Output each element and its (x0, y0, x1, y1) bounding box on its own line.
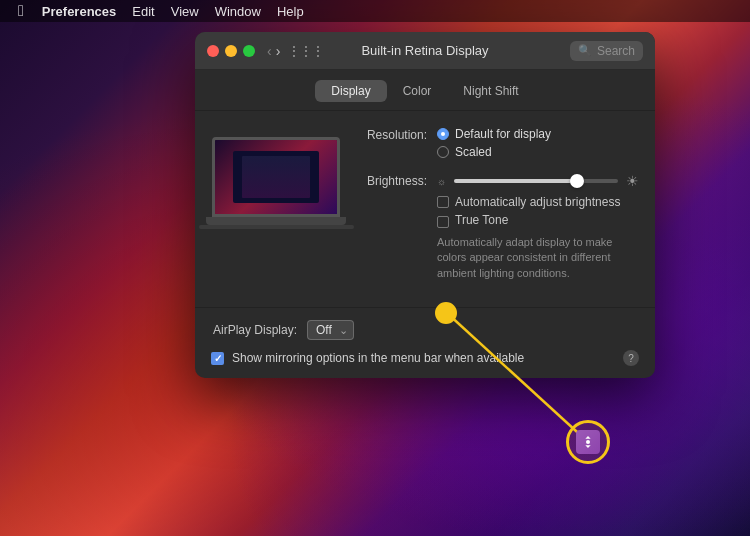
laptop-screen-preview (212, 137, 340, 217)
brightness-label: Brightness: (357, 173, 437, 188)
resolution-scaled-radio[interactable] (437, 146, 449, 158)
brightness-slider[interactable] (454, 179, 618, 183)
tab-color[interactable]: Color (387, 80, 448, 102)
window-title: Built-in Retina Display (361, 43, 488, 58)
laptop-screen (215, 140, 337, 214)
airplay-select-wrapper: Off On (307, 320, 354, 340)
nav-buttons: ‹ › (267, 43, 280, 59)
resolution-label: Resolution: (357, 127, 437, 142)
apple-menu[interactable]:  (8, 0, 34, 22)
airplay-label: AirPlay Display: (211, 323, 307, 337)
maximize-button[interactable] (243, 45, 255, 57)
tabbar: Display Color Night Shift (195, 70, 655, 111)
brightness-slider-row: ☼ ☀ (437, 173, 639, 189)
resolution-scaled-label: Scaled (455, 145, 492, 159)
content-area: Resolution: Default for display Scaled B… (195, 111, 655, 307)
menubar:  Preferences Edit View Window Help (0, 0, 750, 22)
traffic-lights (207, 45, 255, 57)
search-icon: 🔍 (578, 44, 592, 57)
airplay-row: AirPlay Display: Off On (211, 320, 639, 340)
menu-window[interactable]: Window (207, 0, 269, 22)
resolution-default-row: Default for display (437, 127, 639, 141)
settings-area: Resolution: Default for display Scaled B… (357, 127, 639, 291)
mirroring-row: Show mirroring options in the menu bar w… (211, 350, 639, 366)
auto-brightness-label: Automatically adjust brightness (455, 195, 620, 209)
mirroring-label: Show mirroring options in the menu bar w… (232, 351, 615, 365)
menu-preferences[interactable]: Preferences (34, 0, 124, 22)
search-box[interactable]: 🔍 Search (570, 41, 643, 61)
bottom-section: AirPlay Display: Off On Show mirroring o… (195, 307, 655, 378)
menu-help[interactable]: Help (269, 0, 312, 22)
display-preview (211, 127, 341, 291)
truetone-description: Automatically adapt display to make colo… (437, 235, 639, 281)
help-button[interactable]: ? (623, 350, 639, 366)
laptop-foot (199, 225, 354, 229)
truetone-row: True Tone (437, 213, 639, 231)
tab-display[interactable]: Display (315, 80, 386, 102)
resolution-row: Resolution: Default for display Scaled (357, 127, 639, 163)
brightness-thumb[interactable] (570, 174, 584, 188)
titlebar: ‹ › ⋮⋮⋮ Built-in Retina Display 🔍 Search (195, 32, 655, 70)
brightness-fill (454, 179, 577, 183)
laptop-screen-content (242, 156, 310, 197)
resolution-default-radio[interactable] (437, 128, 449, 140)
back-arrow-icon[interactable]: ‹ (267, 43, 272, 59)
auto-brightness-checkbox[interactable] (437, 196, 449, 208)
truetone-checkbox[interactable] (437, 216, 449, 228)
mirroring-checkbox[interactable] (211, 352, 224, 365)
search-placeholder: Search (597, 44, 635, 58)
display-preferences-window: ‹ › ⋮⋮⋮ Built-in Retina Display 🔍 Search… (195, 32, 655, 378)
laptop-screen-inner (233, 151, 318, 203)
grid-icon[interactable]: ⋮⋮⋮ (288, 44, 324, 58)
minimize-button[interactable] (225, 45, 237, 57)
forward-arrow-icon[interactable]: › (276, 43, 281, 59)
resolution-default-label: Default for display (455, 127, 551, 141)
resolution-controls: Default for display Scaled (437, 127, 639, 163)
laptop-base (206, 217, 346, 225)
sun-large-icon: ☀ (626, 173, 639, 189)
menu-edit[interactable]: Edit (124, 0, 162, 22)
menu-view[interactable]: View (163, 0, 207, 22)
airplay-select[interactable]: Off On (307, 320, 354, 340)
brightness-controls: ☼ ☀ Automatically adjust brightness Tr (437, 173, 639, 281)
sun-small-icon: ☼ (437, 176, 446, 187)
auto-brightness-row: Automatically adjust brightness (437, 195, 639, 209)
close-button[interactable] (207, 45, 219, 57)
resolution-scaled-row: Scaled (437, 145, 639, 159)
brightness-row: Brightness: ☼ ☀ Automatically adjust bri… (357, 173, 639, 281)
truetone-label: True Tone (455, 213, 508, 227)
tab-night-shift[interactable]: Night Shift (447, 80, 534, 102)
